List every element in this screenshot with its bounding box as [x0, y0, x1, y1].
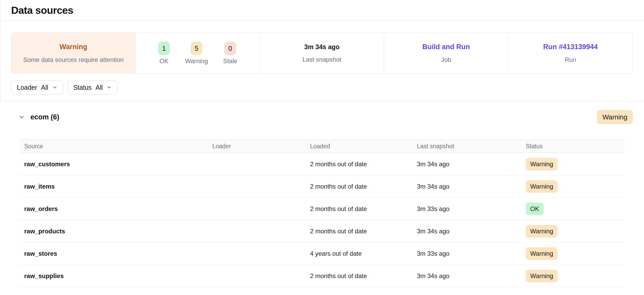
- last-snapshot-card: 3m 34s ago Last snapshot: [260, 33, 384, 73]
- group-header: ecom (6) Warning: [11, 109, 633, 125]
- loaded-cell: 2 months out of date: [310, 161, 417, 168]
- job-link[interactable]: Build and Run: [422, 43, 470, 51]
- source-cell: raw_orders: [19, 205, 212, 213]
- data-sources-page: Data sources Warning Some data sources r…: [0, 0, 644, 295]
- warning-count-label: Warning: [185, 57, 208, 65]
- page-header: Data sources: [0, 0, 644, 21]
- source-cell: raw_items: [19, 183, 212, 190]
- loaded-cell: 2 months out of date: [310, 228, 417, 235]
- stale-count: 0 Stale: [223, 42, 237, 65]
- group-section-ecom: ecom (6) Warning Source Loader Loaded La…: [11, 109, 633, 287]
- loaded-cell: 4 years out of date: [310, 250, 417, 257]
- column-header-loader: Loader: [212, 143, 310, 150]
- ok-count: 1 OK: [158, 42, 170, 65]
- source-cell: raw_stores: [19, 250, 212, 257]
- status-badge: Warning: [526, 270, 557, 282]
- last-snapshot-cell: 3m 34s ago: [417, 272, 526, 280]
- status-badge: OK: [526, 203, 544, 215]
- status-filter-dropdown[interactable]: Status All: [68, 80, 118, 94]
- loader-filter-dropdown[interactable]: Loader All: [11, 80, 63, 94]
- stale-count-label: Stale: [223, 57, 237, 65]
- last-snapshot-cell: 3m 34s ago: [417, 161, 526, 168]
- data-sources-table: Source Loader Loaded Last snapshot Statu…: [19, 139, 625, 287]
- stale-count-chip: 0: [224, 42, 236, 55]
- run-link[interactable]: Run #413139944: [543, 43, 598, 51]
- status-badge: Warning: [526, 158, 557, 170]
- chevron-down-icon: [18, 114, 25, 120]
- last-snapshot-cell: 3m 34s ago: [417, 183, 526, 190]
- sidebar-edge-divider: [1, 0, 1, 102]
- column-header-status: Status: [526, 143, 625, 150]
- page-title: Data sources: [11, 5, 73, 16]
- column-header-source: Source: [19, 143, 212, 150]
- table-row: raw_orders 2 months out of date 3m 33s a…: [19, 198, 625, 220]
- filter-bar: Loader All Status All: [11, 80, 633, 94]
- warning-count: 5 Warning: [185, 42, 208, 65]
- loader-filter-label: Loader: [17, 84, 37, 91]
- loaded-cell: 2 months out of date: [310, 183, 417, 190]
- table-row: raw_products 2 months out of date 3m 34s…: [19, 220, 625, 242]
- summary-cards: Warning Some data sources require attent…: [11, 33, 633, 74]
- ok-count-label: OK: [160, 57, 169, 65]
- warning-count-chip: 5: [190, 42, 202, 55]
- run-label: Run: [565, 56, 576, 63]
- table-row: raw_stores 4 years out of date 3m 33s ag…: [19, 242, 625, 265]
- source-cell: raw_products: [19, 228, 212, 235]
- table-header-row: Source Loader Loaded Last snapshot Statu…: [19, 139, 625, 153]
- status-filter-label: Status: [73, 84, 92, 91]
- section-divider: [0, 101, 644, 101]
- last-snapshot-value: 3m 34s ago: [304, 43, 339, 51]
- last-snapshot-cell: 3m 33s ago: [417, 205, 526, 213]
- table-row: raw_items 2 months out of date 3m 34s ag…: [19, 175, 625, 198]
- job-label: Job: [441, 56, 451, 63]
- source-cell: raw_customers: [19, 161, 212, 168]
- counts-card: 1 OK 5 Warning 0 Stale: [136, 33, 260, 73]
- status-badge: Warning: [526, 225, 557, 238]
- table-row: raw_supplies 2 months out of date 3m 34s…: [19, 265, 625, 287]
- chevron-down-icon: [52, 85, 57, 90]
- loader-filter-value: All: [41, 84, 48, 91]
- chevron-down-icon: [107, 85, 112, 90]
- status-counts: 1 OK 5 Warning 0 Stale: [158, 42, 237, 65]
- status-badge: Warning: [526, 247, 557, 260]
- ok-count-chip: 1: [158, 42, 170, 55]
- overall-status-title: Warning: [60, 43, 87, 51]
- last-snapshot-label: Last snapshot: [303, 56, 341, 63]
- content: Warning Some data sources require attent…: [0, 33, 644, 287]
- job-card: Build and Run Job: [384, 33, 508, 73]
- run-card: Run #413139944 Run: [508, 33, 633, 73]
- collapse-group-button[interactable]: [16, 111, 27, 123]
- status-badge: Warning: [526, 180, 557, 193]
- status-filter-value: All: [96, 84, 103, 91]
- last-snapshot-cell: 3m 34s ago: [417, 228, 526, 235]
- group-name: ecom (6): [30, 113, 59, 121]
- source-cell: raw_supplies: [19, 272, 212, 280]
- column-header-loaded: Loaded: [310, 143, 417, 150]
- status-summary-card: Warning Some data sources require attent…: [11, 33, 136, 73]
- column-header-last-snapshot: Last snapshot: [417, 143, 526, 150]
- overall-status-subtitle: Some data sources require attention: [23, 56, 124, 63]
- table-row: raw_customers 2 months out of date 3m 34…: [19, 153, 625, 175]
- loaded-cell: 2 months out of date: [310, 272, 417, 280]
- loaded-cell: 2 months out of date: [310, 205, 417, 213]
- last-snapshot-cell: 3m 33s ago: [417, 250, 526, 257]
- group-status-badge: Warning: [597, 110, 633, 124]
